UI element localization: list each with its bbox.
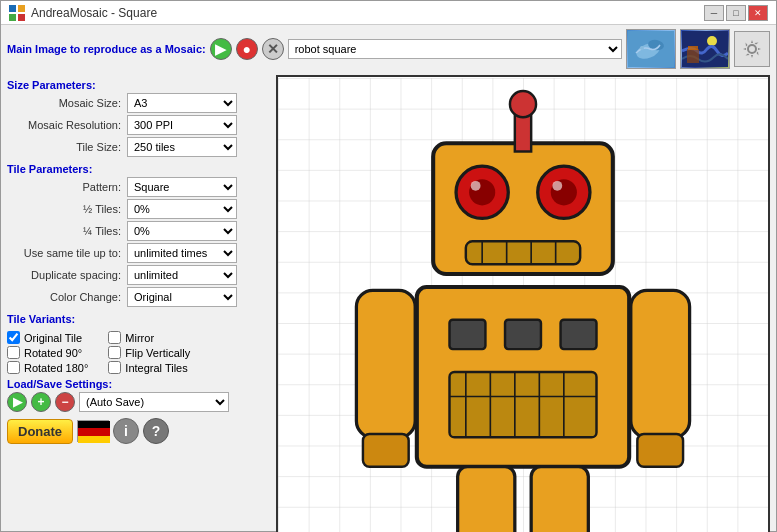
tile-size-combo[interactable]: 250 tiles bbox=[127, 137, 237, 157]
load-save-add-button[interactable]: + bbox=[31, 392, 51, 412]
two-columns: Size Parameters: Mosaic Size: A3 Mosaic … bbox=[7, 75, 770, 532]
rotated-180-row: Rotated 180° bbox=[7, 361, 88, 374]
resolution-combo[interactable]: 300 PPI bbox=[127, 115, 237, 135]
flip-checkbox[interactable] bbox=[108, 346, 121, 359]
svg-point-7 bbox=[640, 46, 644, 50]
svg-rect-38 bbox=[356, 290, 415, 437]
svg-rect-3 bbox=[18, 14, 25, 21]
quarter-tiles-combo[interactable]: 0% bbox=[127, 221, 237, 241]
window-title: AndreaMosaic - Square bbox=[31, 6, 157, 20]
svg-rect-13 bbox=[78, 421, 110, 428]
svg-point-12 bbox=[748, 45, 756, 53]
svg-rect-43 bbox=[531, 467, 588, 532]
original-tile-label: Original Tile bbox=[24, 332, 82, 344]
rotated-180-label: Rotated 180° bbox=[24, 362, 88, 374]
load-save-row: ▶ + − (Auto Save) bbox=[7, 392, 272, 412]
close-button[interactable]: ✕ bbox=[748, 5, 768, 21]
vangogh-thumbnail[interactable] bbox=[680, 29, 730, 69]
thumbnail-area bbox=[626, 29, 770, 69]
tile-params-header: Tile Parameters: bbox=[7, 163, 272, 175]
svg-rect-29 bbox=[505, 320, 541, 349]
left-column: Size Parameters: Mosaic Size: A3 Mosaic … bbox=[7, 75, 272, 532]
quarter-tiles-label: ¼ Tiles: bbox=[7, 225, 127, 237]
help-button[interactable]: ? bbox=[143, 418, 169, 444]
half-tiles-label: ½ Tiles: bbox=[7, 203, 127, 215]
size-params-header: Size Parameters: bbox=[7, 79, 272, 91]
load-save-play-button[interactable]: ▶ bbox=[7, 392, 27, 412]
load-save-header: Load/Save Settings: bbox=[7, 378, 272, 390]
info-button[interactable]: i bbox=[113, 418, 139, 444]
rotated-90-label: Rotated 90° bbox=[24, 347, 82, 359]
tile-size-row: Tile Size: 250 tiles bbox=[7, 137, 272, 157]
rotated-90-checkbox[interactable] bbox=[7, 346, 20, 359]
use-same-label: Use same tile up to: bbox=[7, 247, 127, 259]
duplicate-label: Duplicate spacing: bbox=[7, 269, 127, 281]
half-tiles-row: ½ Tiles: 0% bbox=[7, 199, 272, 219]
open-button[interactable]: ✕ bbox=[262, 38, 284, 60]
play-button[interactable]: ▶ bbox=[210, 38, 232, 60]
mirror-row: Mirror bbox=[108, 331, 190, 344]
main-image-label: Main Image to reproduce as a Mosaic: bbox=[7, 43, 206, 55]
title-bar: AndreaMosaic - Square ─ □ ✕ bbox=[1, 1, 776, 25]
settings-button[interactable] bbox=[734, 31, 770, 67]
svg-rect-31 bbox=[450, 372, 597, 437]
svg-rect-41 bbox=[637, 434, 683, 467]
title-bar-left: AndreaMosaic - Square bbox=[9, 5, 157, 21]
mosaic-size-label: Mosaic Size: bbox=[7, 97, 127, 109]
main-window: AndreaMosaic - Square ─ □ ✕ Main Image t… bbox=[0, 0, 777, 532]
svg-point-9 bbox=[707, 36, 717, 46]
svg-rect-39 bbox=[631, 290, 690, 437]
flip-label: Flip Vertically bbox=[125, 347, 190, 359]
pattern-row: Pattern: Square bbox=[7, 177, 272, 197]
tile-variants-col1: Original Tile Rotated 90° Rotated 180° bbox=[7, 331, 88, 374]
rotated-90-row: Rotated 90° bbox=[7, 346, 88, 359]
stop-button[interactable]: ● bbox=[236, 38, 258, 60]
rotated-180-checkbox[interactable] bbox=[7, 361, 20, 374]
svg-rect-2 bbox=[9, 14, 16, 21]
svg-rect-10 bbox=[687, 49, 699, 63]
donate-area: Donate i ? bbox=[7, 418, 272, 444]
svg-rect-14 bbox=[78, 428, 110, 436]
svg-rect-0 bbox=[9, 5, 16, 12]
svg-point-25 bbox=[471, 181, 481, 191]
color-change-combo[interactable]: Original bbox=[127, 287, 237, 307]
pattern-label: Pattern: bbox=[7, 181, 127, 193]
app-icon bbox=[9, 5, 25, 21]
use-same-combo[interactable]: unlimited times bbox=[127, 243, 237, 263]
load-save-del-button[interactable]: − bbox=[55, 392, 75, 412]
integral-row: Integral Tiles bbox=[108, 361, 190, 374]
pattern-combo[interactable]: Square bbox=[127, 177, 237, 197]
quarter-tiles-row: ¼ Tiles: 0% bbox=[7, 221, 272, 241]
integral-checkbox[interactable] bbox=[108, 361, 121, 374]
duplicate-row: Duplicate spacing: unlimited bbox=[7, 265, 272, 285]
window-controls: ─ □ ✕ bbox=[704, 5, 768, 21]
svg-rect-40 bbox=[363, 434, 409, 467]
use-same-row: Use same tile up to: unlimited times bbox=[7, 243, 272, 263]
half-tiles-combo[interactable]: 0% bbox=[127, 199, 237, 219]
donate-button[interactable]: Donate bbox=[7, 419, 73, 444]
main-image-section: Main Image to reproduce as a Mosaic: ▶ ●… bbox=[7, 29, 770, 69]
tile-variants-col2: Mirror Flip Vertically Integral Tiles bbox=[108, 331, 190, 374]
original-tile-checkbox[interactable] bbox=[7, 331, 20, 344]
duplicate-combo[interactable]: unlimited bbox=[127, 265, 237, 285]
svg-rect-28 bbox=[450, 320, 486, 349]
mirror-checkbox[interactable] bbox=[108, 331, 121, 344]
original-tile-row: Original Tile bbox=[7, 331, 88, 344]
flag-icon bbox=[77, 420, 109, 442]
dolphin-thumbnail[interactable] bbox=[626, 29, 676, 69]
mosaic-size-row: Mosaic Size: A3 bbox=[7, 93, 272, 113]
svg-rect-42 bbox=[458, 467, 515, 532]
minimize-button[interactable]: ─ bbox=[704, 5, 724, 21]
tile-size-label: Tile Size: bbox=[7, 141, 127, 153]
svg-rect-1 bbox=[18, 5, 25, 12]
tile-variants-header: Tile Variants: bbox=[7, 313, 272, 325]
integral-label: Integral Tiles bbox=[125, 362, 187, 374]
svg-rect-15 bbox=[78, 436, 110, 443]
maximize-button[interactable]: □ bbox=[726, 5, 746, 21]
svg-point-20 bbox=[510, 91, 536, 117]
svg-rect-30 bbox=[561, 320, 597, 349]
mosaic-size-combo[interactable]: A3 bbox=[127, 93, 237, 113]
auto-save-combo[interactable]: (Auto Save) bbox=[79, 392, 229, 412]
svg-rect-11 bbox=[688, 46, 698, 50]
image-name-combo[interactable]: robot square bbox=[288, 39, 622, 59]
